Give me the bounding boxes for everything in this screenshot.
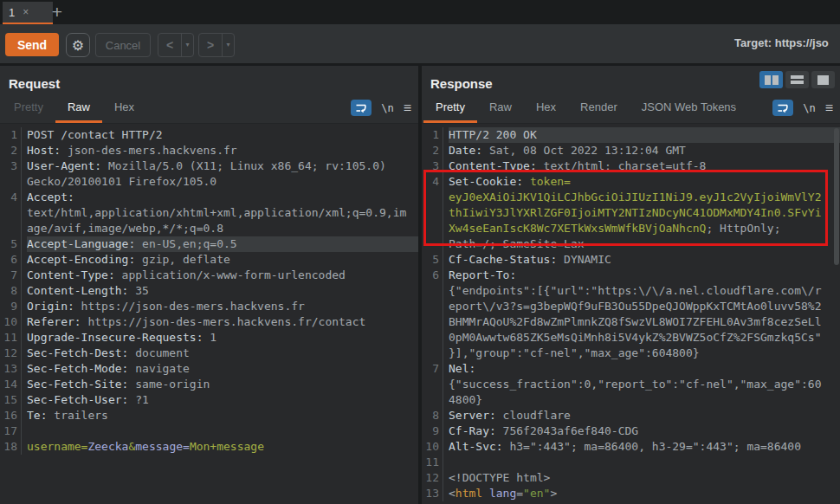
settings-gear-button[interactable]: ⚙ <box>66 33 90 57</box>
code-line[interactable]: 9Origin: https://json-des-mers.hackvens.… <box>0 299 418 314</box>
layout-rows-button[interactable] <box>785 71 809 88</box>
line-text: Sec-Fetch-Site: same-origin <box>27 377 418 392</box>
code-line[interactable]: 14Sec-Fetch-Site: same-origin <box>0 377 418 392</box>
code-line[interactable]: 9Cf-Ray: 756f2043af6ef840-CDG <box>422 423 840 439</box>
code-line[interactable]: 10Alt-Svc: h3=":443"; ma=86400, h3-29=":… <box>422 439 840 455</box>
burp-repeater-window: 1 × + Send ⚙ Cancel < ▾ > ▾ Target: http… <box>0 0 840 504</box>
chevron-down-icon[interactable]: ▾ <box>182 34 193 56</box>
editor-menu-icon[interactable]: ≡ <box>825 101 833 115</box>
response-panel: Response Pretty Raw Hex Render JSON Web … <box>422 66 840 504</box>
code-line[interactable]: Path=/; SameSite=Lax <box>422 236 840 252</box>
code-line[interactable]: 5Accept-Language: en-US,en;q=0.5 <box>0 236 418 252</box>
response-editor[interactable]: 1HTTP/2 200 OK2Date: Sat, 08 Oct 2022 13… <box>422 124 840 504</box>
code-line[interactable]: 3User-Agent: Mozilla/5.0 (X11; Linux x86… <box>0 158 418 174</box>
code-line[interactable]: 7Content-Type: application/x-www-form-ur… <box>0 268 418 283</box>
line-text: username=Zeecka&message=Mon+message <box>27 439 418 455</box>
layout-single-button[interactable] <box>811 71 835 88</box>
chevron-down-icon[interactable]: ▾ <box>223 34 234 56</box>
code-line[interactable]: 6Accept-Encoding: gzip, deflate <box>0 252 418 268</box>
word-wrap-toggle-button[interactable] <box>351 100 372 116</box>
request-view-tabs: Pretty Raw Hex \n ≡ <box>0 92 418 124</box>
cancel-button[interactable]: Cancel <box>95 33 151 57</box>
scrollbar-thumb[interactable] <box>834 128 839 265</box>
code-line[interactable]: }],"group":"cf-nel","max_age":604800} <box>422 346 840 361</box>
tab-response-hex[interactable]: Hex <box>524 94 568 123</box>
close-tab-icon[interactable]: × <box>23 7 29 17</box>
tab-response-pretty[interactable]: Pretty <box>423 94 477 123</box>
code-line[interactable]: 8Content-Length: 35 <box>0 283 418 299</box>
code-line[interactable]: {"endpoints":[{"url":"https:\/\/a.nel.cl… <box>422 283 840 299</box>
line-text: age/avif,image/webp,*/*;q=0.8 <box>27 221 418 236</box>
code-line[interactable]: 1POST /contact HTTP/2 <box>0 127 418 143</box>
line-number <box>0 221 22 236</box>
code-line[interactable]: 13<html lang="en"> <box>422 486 840 501</box>
code-line[interactable]: 12Sec-Fetch-Dest: document <box>0 346 418 361</box>
send-button[interactable]: Send <box>5 33 59 56</box>
line-text: Report-To: <box>449 268 840 283</box>
code-line[interactable]: 2Date: Sat, 08 Oct 2022 13:12:04 GMT <box>422 143 840 158</box>
tab-request-raw[interactable]: Raw <box>55 94 102 123</box>
tab-request-hex[interactable]: Hex <box>102 94 146 123</box>
line-number <box>0 174 22 190</box>
code-line[interactable]: 6Report-To: <box>422 268 840 283</box>
code-line[interactable]: 10Referer: https://json-des-mers.hackven… <box>0 314 418 330</box>
line-number: 14 <box>0 377 22 392</box>
code-line[interactable]: 7Nel: <box>422 361 840 377</box>
code-line[interactable]: age/avif,image/webp,*/*;q=0.8 <box>0 221 418 236</box>
code-line[interactable]: 4Accept: <box>0 190 418 205</box>
request-editor[interactable]: 1POST /contact HTTP/22Host: json-des-mer… <box>0 124 418 504</box>
code-line[interactable]: 1HTTP/2 200 OK <box>422 127 840 143</box>
code-line[interactable]: thIiwiY3JlYXRlZGF0IjoiMTY2NTIzNDcyNC41OD… <box>422 205 840 221</box>
code-line[interactable]: 18username=Zeecka&message=Mon+message <box>0 439 418 455</box>
history-forward-button[interactable]: > ▾ <box>198 33 235 57</box>
line-number: 1 <box>422 127 443 143</box>
code-line[interactable]: 3Content-Type: text/html; charset=utf-8 <box>422 158 840 174</box>
single-pane-icon <box>817 75 829 85</box>
line-number: 12 <box>422 470 443 486</box>
code-line[interactable]: {"success_fraction":0,"report_to":"cf-ne… <box>422 377 840 392</box>
line-text: Set-Cookie: token= <box>449 174 840 190</box>
tab-response-render[interactable]: Render <box>568 94 630 123</box>
code-line[interactable]: 15Sec-Fetch-User: ?1 <box>0 392 418 408</box>
line-text <box>27 423 418 439</box>
new-tab-button[interactable]: + <box>48 1 66 23</box>
line-number: 15 <box>0 392 22 408</box>
code-line[interactable]: 5Cf-Cache-Status: DYNAMIC <box>422 252 840 268</box>
show-newlines-icon[interactable]: \n <box>381 102 393 114</box>
columns-icon <box>772 75 779 85</box>
tab-response-raw[interactable]: Raw <box>477 94 524 123</box>
code-line[interactable]: 12<!DOCTYPE html> <box>422 470 840 486</box>
repeater-tab-1[interactable]: 1 × <box>3 2 53 24</box>
line-number: 7 <box>0 268 22 283</box>
line-text: Accept: <box>27 190 418 205</box>
editor-menu-icon[interactable]: ≡ <box>404 101 411 115</box>
word-wrap-icon <box>777 103 789 113</box>
code-line[interactable]: 13Sec-Fetch-Mode: navigate <box>0 361 418 377</box>
code-line[interactable]: Xw4seEanIscK8Wc7XETkWxsWmWfkBVjOaNhcnQ; … <box>422 221 840 236</box>
code-line[interactable]: Gecko/20100101 Firefox/105.0 <box>0 174 418 190</box>
line-number: 1 <box>0 127 22 143</box>
code-line[interactable]: 0pM0Awwtw685ZK5eMsQiMnh8i5V4ykZ%2BVWZ5oC… <box>422 330 840 346</box>
code-line[interactable]: BHMMrAQoU%2Fd8wZmPlmnkZQ8fSwzVL8WOI7ZFEH… <box>422 314 840 330</box>
code-line[interactable]: 4Set-Cookie: token= <box>422 174 840 190</box>
code-line[interactable]: text/html,application/xhtml+xml,applicat… <box>0 205 418 221</box>
code-line[interactable]: 2Host: json-des-mers.hackvens.fr <box>0 143 418 158</box>
line-number: 2 <box>422 143 443 158</box>
code-line[interactable]: 11Upgrade-Insecure-Requests: 1 <box>0 330 418 346</box>
code-line[interactable]: 4800} <box>422 392 840 408</box>
history-back-button[interactable]: < ▾ <box>158 33 194 57</box>
forward-arrow-icon: > <box>199 34 222 56</box>
code-line[interactable]: 11 <box>422 455 840 470</box>
tab-request-pretty[interactable]: Pretty <box>2 94 55 123</box>
code-line[interactable]: 17 <box>0 423 418 439</box>
tab-response-jwt[interactable]: JSON Web Tokens <box>630 94 748 123</box>
code-line[interactable]: 16Te: trailers <box>0 408 418 423</box>
show-newlines-icon[interactable]: \n <box>803 102 815 114</box>
code-line[interactable]: 8Server: cloudflare <box>422 408 840 423</box>
line-number <box>422 392 443 408</box>
word-wrap-toggle-button[interactable] <box>772 100 793 116</box>
layout-columns-button[interactable] <box>759 71 783 88</box>
code-line[interactable]: eyJ0eXAiOiJKV1QiLCJhbGciOiJIUzI1NiJ9.eyJ… <box>422 190 840 205</box>
code-line[interactable]: eport\/v3?s=g3bepWQf9uFB3Ou55DpeQJOWppKx… <box>422 299 840 314</box>
line-text: {"endpoints":[{"url":"https:\/\/a.nel.cl… <box>449 283 840 299</box>
